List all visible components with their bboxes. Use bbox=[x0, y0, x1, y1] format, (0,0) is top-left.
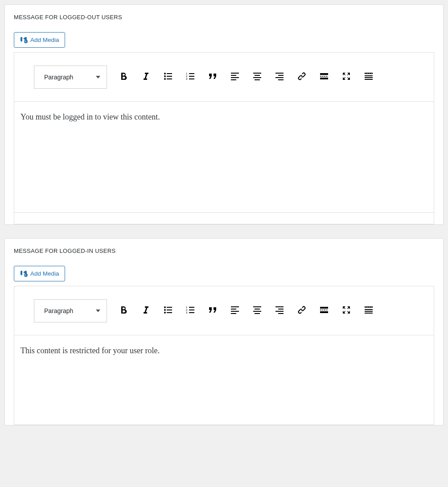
fullscreen-icon bbox=[341, 71, 352, 83]
align-center-icon bbox=[252, 305, 263, 317]
link-icon bbox=[296, 305, 307, 317]
fullscreen-icon bbox=[341, 305, 352, 317]
media-icon bbox=[20, 35, 28, 45]
link-button[interactable] bbox=[292, 301, 312, 321]
align-right-button[interactable] bbox=[269, 67, 290, 87]
italic-icon bbox=[140, 305, 151, 317]
media-icon bbox=[20, 269, 28, 278]
editor-statusbar bbox=[14, 212, 434, 224]
bullet-list-icon bbox=[163, 71, 173, 83]
add-media-button[interactable]: Add Media bbox=[14, 266, 65, 281]
editor-wrap: Paragraph You must be logged in to view … bbox=[14, 52, 434, 224]
chevron-down-icon bbox=[96, 76, 100, 78]
bullet-list-button[interactable] bbox=[158, 67, 178, 87]
link-button[interactable] bbox=[292, 67, 312, 87]
align-center-button[interactable] bbox=[247, 67, 267, 87]
fullscreen-button[interactable] bbox=[336, 67, 357, 87]
format-select[interactable]: Paragraph bbox=[34, 299, 107, 322]
toolbar-toggle-icon bbox=[363, 71, 374, 83]
read-more-button[interactable] bbox=[314, 67, 334, 87]
toolbar-toggle-button[interactable] bbox=[358, 67, 379, 87]
bullet-list-button[interactable] bbox=[158, 301, 178, 321]
blockquote-icon bbox=[207, 305, 218, 317]
align-left-button[interactable] bbox=[225, 67, 245, 87]
numbered-list-icon bbox=[185, 305, 196, 317]
editor-wrap: Paragraph This content is restricted for… bbox=[14, 286, 434, 425]
editor-toolbar: Paragraph bbox=[14, 53, 434, 102]
editor-toolbar: Paragraph bbox=[14, 286, 434, 335]
numbered-list-button[interactable] bbox=[180, 301, 201, 321]
align-right-button[interactable] bbox=[269, 301, 290, 321]
numbered-list-icon bbox=[185, 71, 196, 83]
fullscreen-button[interactable] bbox=[336, 301, 357, 321]
italic-button[interactable] bbox=[136, 301, 156, 321]
link-icon bbox=[296, 71, 307, 83]
editor-content[interactable]: This content is restricted for your user… bbox=[14, 335, 434, 425]
format-select-label: Paragraph bbox=[44, 307, 73, 314]
add-media-label: Add Media bbox=[30, 37, 59, 43]
bullet-list-icon bbox=[163, 305, 173, 317]
blockquote-icon bbox=[207, 71, 218, 83]
editor-logged-out: MESSAGE FOR LOGGED-OUT USERS Add Media P… bbox=[4, 4, 444, 225]
italic-icon bbox=[140, 71, 151, 83]
chevron-down-icon bbox=[96, 310, 100, 312]
align-left-icon bbox=[230, 305, 240, 317]
bold-button[interactable] bbox=[113, 301, 134, 321]
align-right-icon bbox=[274, 71, 285, 83]
format-select[interactable]: Paragraph bbox=[34, 66, 107, 89]
blockquote-button[interactable] bbox=[202, 301, 223, 321]
add-media-label: Add Media bbox=[30, 270, 59, 277]
toolbar-toggle-icon bbox=[363, 305, 374, 317]
editor-content[interactable]: You must be logged in to view this conte… bbox=[14, 102, 434, 212]
bold-icon bbox=[118, 305, 129, 317]
read-more-button[interactable] bbox=[314, 301, 334, 321]
align-right-icon bbox=[274, 305, 285, 317]
section-heading: MESSAGE FOR LOGGED-IN USERS bbox=[14, 248, 434, 254]
format-select-label: Paragraph bbox=[44, 74, 73, 81]
bold-icon bbox=[118, 71, 129, 83]
toolbar-toggle-button[interactable] bbox=[358, 301, 379, 321]
read-more-icon bbox=[319, 305, 329, 317]
section-heading: MESSAGE FOR LOGGED-OUT USERS bbox=[14, 14, 434, 21]
align-left-icon bbox=[230, 71, 240, 83]
numbered-list-button[interactable] bbox=[180, 67, 201, 87]
blockquote-button[interactable] bbox=[202, 67, 223, 87]
align-center-button[interactable] bbox=[247, 301, 267, 321]
add-media-button[interactable]: Add Media bbox=[14, 32, 65, 48]
read-more-icon bbox=[319, 71, 329, 83]
align-left-button[interactable] bbox=[225, 301, 245, 321]
bold-button[interactable] bbox=[113, 67, 134, 87]
editor-logged-in: MESSAGE FOR LOGGED-IN USERS Add Media Pa… bbox=[4, 238, 444, 425]
italic-button[interactable] bbox=[136, 67, 156, 87]
align-center-icon bbox=[252, 71, 263, 83]
